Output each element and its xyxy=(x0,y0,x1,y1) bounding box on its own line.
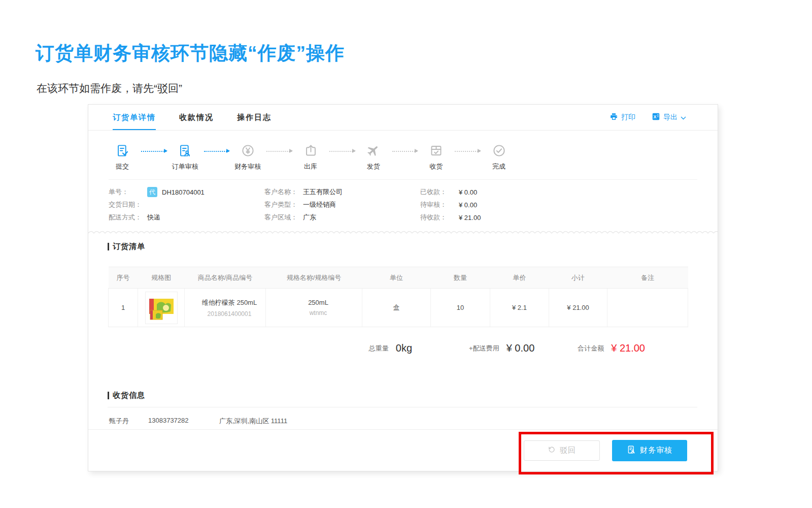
receiver-address: 广东,深圳,南山区 11111 xyxy=(219,417,287,426)
order-info: 单号： 代 DH180704001 交货日期： 配送方式： 快递 客户名称： 王… xyxy=(109,179,697,225)
step-submit: 提交 xyxy=(108,144,137,171)
document-person-icon xyxy=(178,144,192,157)
shipping-fee-label: +配送费用 xyxy=(469,344,499,353)
customer-region-label: 客户区域： xyxy=(264,213,303,222)
cell-remark xyxy=(607,289,688,327)
action-footer: 驳回 财务审核 xyxy=(88,429,718,471)
col-name: 商品名称/商品编号 xyxy=(185,267,266,289)
agent-badge: 代 xyxy=(147,187,157,197)
order-info-col-3: 已收款： ¥ 0.00 待审核： ¥ 0.00 待收款： ¥ 21.00 xyxy=(420,187,481,225)
export-button[interactable]: X 导出 xyxy=(652,112,686,122)
total-amount-label: 合计金额 xyxy=(578,344,604,353)
receiver-divider xyxy=(108,407,697,407)
order-no-label: 单号： xyxy=(109,187,147,197)
outbox-icon xyxy=(304,144,318,157)
cell-name: 维他柠檬茶 250mL 2018061400001 xyxy=(185,289,266,327)
col-index: 序号 xyxy=(109,267,138,289)
col-qty: 数量 xyxy=(431,267,490,289)
step-label: 发货 xyxy=(367,162,380,171)
totals-row: 总重量 0kg +配送费用 ¥ 0.00 合计金额 ¥ 21.00 xyxy=(108,342,688,354)
step-label: 出库 xyxy=(304,162,317,171)
export-label: 导出 xyxy=(663,113,678,122)
page-subtitle: 在该环节如需作废，请先“驳回” xyxy=(37,81,182,96)
order-progress-stepper: 提交 订单审核 财务审核 出库 发货 收货 完成 xyxy=(108,144,514,171)
cell-unit: 盒 xyxy=(362,289,431,327)
receivable-value: ¥ 21.00 xyxy=(459,214,481,221)
wavy-divider xyxy=(88,230,718,235)
cell-index: 1 xyxy=(109,289,138,327)
receiver-section-title: 收货信息 xyxy=(108,391,697,400)
step-label: 收货 xyxy=(429,162,443,171)
printer-icon xyxy=(610,112,618,122)
step-complete: 完成 xyxy=(484,144,514,171)
receivable-label: 待收款： xyxy=(420,213,459,222)
step-connector xyxy=(392,151,418,152)
step-order-review: 订单审核 xyxy=(171,144,200,171)
cell-spec: 250mL wtnmc xyxy=(266,289,362,327)
received-label: 已收款： xyxy=(420,187,459,197)
shipping-method-value: 快递 xyxy=(147,213,160,222)
document-check-icon xyxy=(116,144,129,157)
step-shipping: 发货 xyxy=(359,144,388,171)
col-remark: 备注 xyxy=(607,267,688,289)
step-receiving: 收货 xyxy=(421,144,451,171)
product-image xyxy=(145,292,178,324)
page-title: 订货单财务审核环节隐藏“作废”操作 xyxy=(36,41,345,66)
total-amount-value: ¥ 21.00 xyxy=(611,342,645,354)
undo-icon xyxy=(548,446,556,455)
tab-order-detail[interactable]: 订货单详情 xyxy=(113,105,156,130)
step-label: 完成 xyxy=(492,162,505,171)
document-person-icon xyxy=(627,445,636,456)
order-info-col-1: 单号： 代 DH180704001 交货日期： 配送方式： 快递 xyxy=(109,187,264,225)
receiver-name: 甄子丹 xyxy=(109,417,148,426)
step-connector xyxy=(204,151,229,152)
goods-section-title: 订货清单 xyxy=(108,242,697,251)
check-circle-icon xyxy=(492,144,506,157)
step-connector xyxy=(141,151,166,152)
excel-icon: X xyxy=(652,112,660,122)
col-price: 单价 xyxy=(490,267,549,289)
pending-review-value: ¥ 0.00 xyxy=(459,201,477,209)
spec-code: wtnmc xyxy=(275,309,362,316)
customer-type-value: 一级经销商 xyxy=(303,200,336,209)
step-label: 提交 xyxy=(116,162,129,171)
tab-bar: 订货单详情 收款情况 操作日志 打印 X 导出 xyxy=(88,105,718,131)
section-bar xyxy=(108,392,109,399)
delivery-date-label: 交货日期： xyxy=(109,200,147,209)
step-finance-review: 财务审核 xyxy=(233,144,262,171)
col-unit: 单位 xyxy=(362,267,431,289)
shipping-fee-value: ¥ 0.00 xyxy=(506,342,535,354)
receiver-phone: 13083737282 xyxy=(148,417,219,426)
step-connector xyxy=(455,151,480,152)
svg-text:X: X xyxy=(654,114,657,119)
yen-circle-icon xyxy=(241,144,255,157)
order-detail-panel: 订货单详情 收款情况 操作日志 打印 X 导出 提交 订单审核 xyxy=(88,104,718,471)
step-outbound: 出库 xyxy=(296,144,325,171)
step-label: 订单审核 xyxy=(172,162,198,171)
section-bar xyxy=(108,243,109,250)
col-image: 规格图 xyxy=(138,267,185,289)
reject-button[interactable]: 驳回 xyxy=(524,440,600,461)
col-subtotal: 小计 xyxy=(549,267,607,289)
step-connector xyxy=(266,151,292,152)
pending-review-label: 待审核： xyxy=(420,200,459,209)
goods-table: 序号 规格图 商品名称/商品编号 规格名称/规格编号 单位 数量 单价 小计 备… xyxy=(108,267,688,327)
order-no: DH180704001 xyxy=(162,188,205,196)
airplane-icon xyxy=(366,144,380,157)
product-code: 2018061400001 xyxy=(193,310,265,318)
product-name: 维他柠檬茶 250mL xyxy=(202,299,257,306)
print-button[interactable]: 打印 xyxy=(610,112,635,122)
finance-review-button[interactable]: 财务审核 xyxy=(612,440,687,461)
customer-type-label: 客户类型： xyxy=(264,200,303,209)
total-weight-label: 总重量 xyxy=(369,344,389,353)
shipping-method-label: 配送方式： xyxy=(109,213,147,222)
step-connector xyxy=(329,151,355,152)
order-info-col-2: 客户名称： 王五有限公司 客户类型： 一级经销商 客户区域： 广东 xyxy=(264,187,420,225)
total-weight-value: 0kg xyxy=(396,342,412,354)
goods-table-header: 序号 规格图 商品名称/商品编号 规格名称/规格编号 单位 数量 单价 小计 备… xyxy=(109,267,688,289)
tab-operation-log[interactable]: 操作日志 xyxy=(237,105,272,130)
box-check-icon xyxy=(429,144,443,157)
customer-name-value: 王五有限公司 xyxy=(303,187,343,197)
tab-payment-status[interactable]: 收款情况 xyxy=(179,105,214,130)
customer-name-label: 客户名称： xyxy=(264,187,303,197)
